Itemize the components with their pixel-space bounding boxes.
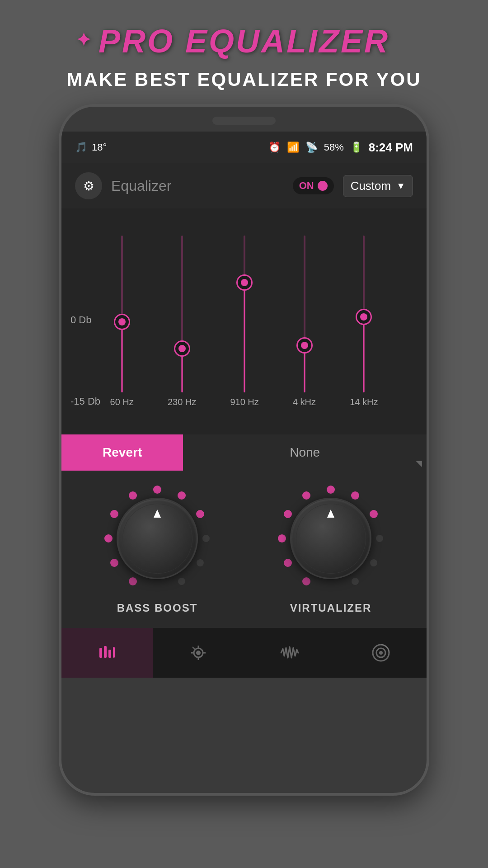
svg-point-19 [278,534,286,542]
nav-satellite[interactable] [153,628,244,678]
revert-bar: Revert None [61,434,427,471]
nav-equalizer[interactable] [61,628,153,678]
eq-toggle[interactable]: ON [293,177,334,194]
slider-910hz[interactable]: 910 Hz [230,236,258,407]
app-title: PRO EQUALIZER [99,23,389,60]
slider-60hz[interactable]: 60 Hz [110,236,134,407]
slider-4khz[interactable]: 4 kHz [293,236,316,407]
freq-4khz: 4 kHz [293,397,316,407]
db-neg-label: -15 Db [70,396,100,407]
alarm-icon: ⏰ [268,142,281,153]
freq-60hz: 60 Hz [110,397,134,407]
status-bar: 🎵 18° ⏰ 📶 📡 58% 🔋 8:24 PM [61,132,427,163]
svg-point-16 [352,578,359,585]
svg-point-13 [370,510,378,518]
virtualizer-indicator [327,509,334,518]
svg-point-17 [302,491,310,500]
slider-14khz[interactable]: 14 kHz [350,236,378,407]
eq-header: ⚙ Equalizer ON Custom ▼ [61,163,427,208]
sliders-container: 60 Hz 230 Hz [80,217,408,407]
disc-nav-icon [371,643,390,662]
toggle-on-text: ON [299,180,314,192]
preset-arrow-icon: ▼ [396,181,405,191]
svg-point-21 [302,577,310,585]
app-subtitle: MAKE BEST EQUALIZER FOR YOU [67,69,422,90]
svg-point-12 [351,491,359,500]
freq-14khz: 14 kHz [350,397,378,407]
temperature: 18° [92,142,107,153]
bass-boost-knob-container: BASS BOOST [103,484,211,614]
svg-point-15 [370,559,377,566]
svg-point-1 [178,491,186,500]
music-icon: 🎵 [75,142,87,153]
bass-boost-knob[interactable] [103,484,211,593]
signal-icon: 📡 [305,142,318,153]
virtualizer-knob-container: VIRTUALIZER [277,484,385,614]
eq-label: Equalizer [111,178,284,194]
freq-910hz: 910 Hz [230,397,258,407]
eq-sliders-area: 0 Db 60 Hz [61,208,427,434]
virtualizer-knob[interactable] [277,484,385,593]
slider-230hz[interactable]: 230 Hz [168,236,196,407]
svg-point-7 [110,510,118,518]
satellite-nav-icon [189,643,208,662]
app-content: ⚙ Equalizer ON Custom ▼ 0 Db [61,163,427,678]
battery-pct: 58% [324,142,344,153]
svg-point-18 [284,510,292,518]
svg-rect-24 [108,650,111,658]
svg-point-8 [104,534,113,542]
status-left: 🎵 18° [75,142,107,153]
svg-rect-22 [99,648,102,658]
preset-label: Custom [351,179,391,193]
svg-point-35 [379,651,383,655]
battery-icon: 🔋 [350,142,362,153]
bass-boost-inner-ring [122,504,192,574]
settings-button[interactable]: ⚙ [75,172,102,199]
svg-point-0 [153,486,161,494]
svg-point-31 [196,651,201,655]
none-button[interactable]: None [183,434,427,471]
wifi-icon: 📶 [287,142,299,153]
waveform-nav-icon [280,643,299,662]
status-right: ⏰ 📶 📡 58% 🔋 8:24 PM [268,141,413,155]
svg-point-10 [129,577,137,585]
preset-selector[interactable]: Custom ▼ [343,175,413,197]
freq-230hz: 230 Hz [168,397,196,407]
svg-rect-25 [113,647,115,658]
svg-point-2 [196,510,204,518]
bottom-nav [61,628,427,678]
revert-button[interactable]: Revert [61,434,183,471]
bass-boost-label: BASS BOOST [117,602,198,614]
svg-point-14 [376,535,383,542]
virtualizer-label: VIRTUALIZER [290,602,372,614]
svg-point-4 [197,559,204,566]
bass-boost-knob-body[interactable] [117,498,198,579]
nav-waveform[interactable] [244,628,335,678]
svg-point-11 [327,486,335,494]
svg-point-6 [129,491,137,500]
app-header: PRO EQUALIZER MAKE BEST EQUALIZER FOR YO… [0,0,488,104]
svg-rect-23 [104,646,107,658]
toggle-dot [318,181,328,191]
equalizer-nav-icon [98,643,117,662]
virtualizer-inner-ring [296,504,366,574]
bass-boost-indicator [154,509,161,518]
nav-disc[interactable] [335,628,427,678]
svg-point-5 [178,578,185,585]
svg-line-32 [192,647,195,649]
knobs-section: BASS BOOST [61,471,427,628]
status-clock: 8:24 PM [369,141,413,155]
phone-frame: 🎵 18° ⏰ 📶 📡 58% 🔋 8:24 PM ⚙ Equalizer ON… [59,104,429,796]
svg-point-9 [110,559,118,567]
svg-point-20 [284,559,292,567]
svg-point-3 [202,535,210,542]
virtualizer-knob-body[interactable] [290,498,371,579]
